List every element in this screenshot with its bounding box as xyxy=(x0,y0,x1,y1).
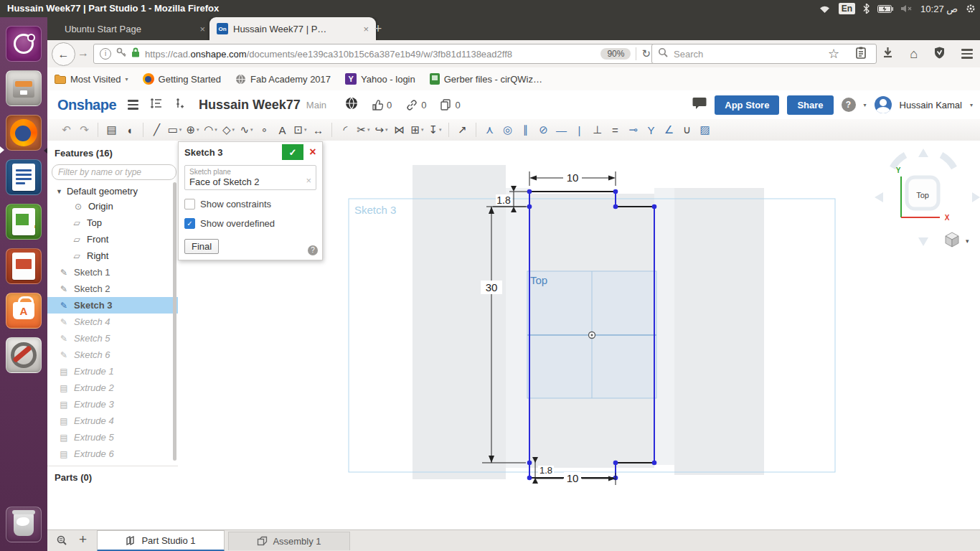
system-settings-icon[interactable] xyxy=(6,337,42,373)
back-button[interactable]: ← xyxy=(52,42,75,66)
confirm-check-button[interactable]: ✓ xyxy=(282,144,303,160)
dropdown-caret-icon[interactable]: ▾ xyxy=(439,127,442,133)
dropdown-caret-icon[interactable]: ▾ xyxy=(232,127,235,133)
bluetooth-icon[interactable] xyxy=(863,4,870,14)
polygon-tool-icon[interactable]: ◇▾ xyxy=(220,121,237,138)
default-geometry-group[interactable]: ▼ Default geometry xyxy=(47,180,178,198)
import-dxf-icon[interactable]: ↧▾ xyxy=(426,121,444,138)
url-text[interactable]: https://cad.onshape.com/documents/ee139c… xyxy=(145,49,595,60)
feature-item-extrude-1[interactable]: ▤Extrude 1 xyxy=(47,363,178,380)
symmetric-constraint-icon[interactable]: Y xyxy=(642,121,660,138)
feature-item-extrude-3[interactable]: ▤Extrude 3 xyxy=(47,396,178,413)
point-tool-icon[interactable]: ∘ xyxy=(255,121,273,138)
show-overdefined-checkbox[interactable]: ✓ xyxy=(184,218,195,229)
arc-tool-icon[interactable]: ◠▾ xyxy=(202,121,220,138)
versions-history-icon[interactable] xyxy=(150,98,163,112)
perpendicular-constraint-icon[interactable]: ⊥ xyxy=(588,121,606,138)
feature-item-right[interactable]: ▱Right xyxy=(47,248,178,264)
home-icon[interactable]: ⌂ xyxy=(910,47,918,62)
session-gear-icon[interactable] xyxy=(966,4,976,14)
curvature-constraint-icon[interactable]: ∪ xyxy=(678,121,696,138)
normal-constraint-icon[interactable]: ∠ xyxy=(660,121,678,138)
search-tabs-icon[interactable] xyxy=(56,534,69,549)
url-bar[interactable]: i https://cad.onshape.com/documents/ee13… xyxy=(93,44,657,64)
zoom-level-badge[interactable]: 90% xyxy=(600,48,631,60)
dim-top-step-value[interactable]: 1.8 xyxy=(496,194,511,206)
view-mode-cube-icon[interactable]: ▾ xyxy=(946,232,969,247)
document-title[interactable]: Hussain Week77 xyxy=(199,98,301,113)
dropdown-caret-icon[interactable]: ▾ xyxy=(421,127,424,133)
feature-item-sketch-5[interactable]: ✎Sketch 5 xyxy=(47,330,178,347)
concentric-constraint-icon[interactable]: ◎ xyxy=(499,121,517,138)
dropdown-caret-icon[interactable]: ▾ xyxy=(250,127,253,133)
help-icon[interactable]: ? xyxy=(842,98,856,112)
dropdown-caret-icon[interactable]: ▾ xyxy=(215,127,217,133)
volume-muted-icon[interactable] xyxy=(901,4,913,13)
add-tab-button[interactable]: + xyxy=(79,532,87,547)
tab-close-icon[interactable]: × xyxy=(199,24,205,34)
tab-close-icon[interactable]: × xyxy=(363,24,369,34)
workspace-name[interactable]: Main xyxy=(306,100,326,110)
libreoffice-calc-icon[interactable] xyxy=(6,204,42,240)
feature-item-extrude-2[interactable]: ▤Extrude 2 xyxy=(47,380,178,396)
fillet-tool-icon[interactable]: ◜ xyxy=(336,121,354,138)
assembly-tab[interactable]: Assembly 1 xyxy=(228,532,350,550)
pattern-tool-icon[interactable]: ⊞▾ xyxy=(408,121,426,138)
share-button[interactable]: Share xyxy=(787,95,833,115)
feature-item-extrude-6[interactable]: ▤Extrude 6 xyxy=(47,446,178,462)
view-cube[interactable]: Top Y X xyxy=(875,149,980,246)
dropdown-caret-icon[interactable]: ▾ xyxy=(304,127,307,133)
dim-bottom-step-value[interactable]: 1.8 xyxy=(540,465,552,476)
dropdown-caret-icon[interactable]: ▾ xyxy=(179,127,182,133)
document-menu-icon[interactable] xyxy=(128,100,138,110)
libreoffice-writer-icon[interactable] xyxy=(6,159,42,195)
equal-constraint-icon[interactable]: = xyxy=(606,121,624,138)
feature-item-sketch-4[interactable]: ✎Sketch 4 xyxy=(47,314,178,330)
features-scrollbar[interactable] xyxy=(173,182,176,461)
shield-icon[interactable] xyxy=(934,47,945,62)
dim-top-width-value[interactable]: 10 xyxy=(567,171,579,184)
avatar[interactable] xyxy=(875,96,892,113)
trash-icon[interactable] xyxy=(6,507,42,542)
keyboard-layout-indicator[interactable]: En xyxy=(839,3,855,14)
trim-tool-icon[interactable]: ✂▾ xyxy=(354,121,372,138)
insert-version-icon[interactable] xyxy=(174,98,184,113)
libreoffice-impress-icon[interactable] xyxy=(6,248,42,284)
link-counter[interactable]: 0 xyxy=(406,100,426,110)
user-menu[interactable]: Hussain Kamal xyxy=(900,100,962,110)
dropdown-caret-icon[interactable]: ▾ xyxy=(197,127,199,133)
help-caret-icon[interactable]: ▾ xyxy=(864,102,867,108)
clear-plane-icon[interactable]: × xyxy=(306,175,311,186)
bookmark-gerber-files[interactable]: Gerber files - cirQWiz… xyxy=(430,73,542,85)
feature-item-origin[interactable]: ⊙Origin xyxy=(47,198,178,215)
dim-height-value[interactable]: 30 xyxy=(486,281,498,293)
feature-item-sketch-3[interactable]: ✎Sketch 3 xyxy=(47,297,178,314)
show-constraints-row[interactable]: ✓ Show constraints xyxy=(184,199,316,209)
rectangle-tool-icon[interactable]: ▭▾ xyxy=(166,121,184,138)
parallel-constraint-icon[interactable]: ∥ xyxy=(517,121,534,138)
sketch-plane-field[interactable]: Sketch plane Face of Sketch 2 × xyxy=(184,165,316,190)
measure-icon[interactable]: ↗ xyxy=(453,121,471,138)
onshape-logo[interactable]: Onshape xyxy=(57,97,116,113)
ubuntu-dash-icon[interactable] xyxy=(6,26,42,62)
clock[interactable]: ص 10:27 xyxy=(920,4,958,14)
horizontal-constraint-icon[interactable]: — xyxy=(552,121,570,138)
tangent-constraint-icon[interactable]: ⊘ xyxy=(534,121,552,138)
software-center-icon[interactable]: A xyxy=(6,293,42,329)
feature-item-extrude-5[interactable]: ▤Extrude 5 xyxy=(47,429,178,446)
https-lock-icon[interactable] xyxy=(131,47,140,60)
bookmark-getting-started[interactable]: Getting Started xyxy=(143,73,221,85)
new-tab-button[interactable]: + xyxy=(369,20,387,37)
browser-tab-ubuntu-start[interactable]: Ubuntu Start Page × xyxy=(57,17,212,40)
app-store-button[interactable]: App Store xyxy=(715,95,779,115)
public-globe-icon[interactable] xyxy=(345,97,358,113)
reload-icon[interactable]: ↻ xyxy=(641,47,651,60)
viewcube-face-label[interactable]: Top xyxy=(916,191,929,199)
feature-item-front[interactable]: ▱Front xyxy=(47,231,178,248)
spline-tool-icon[interactable]: ∿▾ xyxy=(237,121,255,138)
feature-item-sketch-1[interactable]: ✎Sketch 1 xyxy=(47,264,178,281)
dialog-help-icon[interactable]: ? xyxy=(308,245,318,255)
fix-constraint-icon[interactable]: ▨ xyxy=(696,121,714,138)
dim-bottom-width-value[interactable]: 10 xyxy=(567,472,579,484)
bookmark-star-icon[interactable]: ☆ xyxy=(828,46,839,62)
